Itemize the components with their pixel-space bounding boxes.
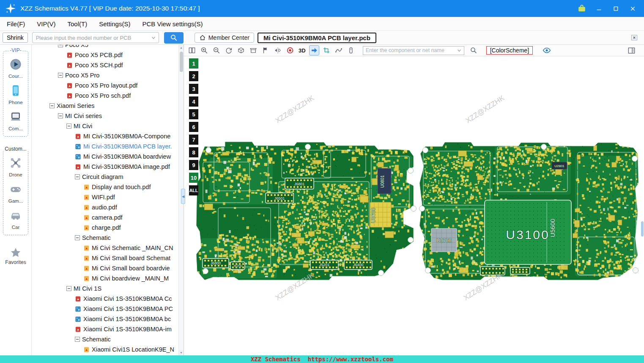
- minimize-button[interactable]: [592, 3, 605, 14]
- pcb-canvas[interactable]: XZZ@XZZHKXZZ@XZZHKU3100U5600U0600U0801U0…: [184, 56, 644, 355]
- menu-item-file-f[interactable]: File(F): [7, 20, 25, 28]
- chevron-down-icon[interactable]: [456, 47, 463, 54]
- tree-scrollbar-thumb[interactable]: [180, 52, 183, 72]
- net-search-box[interactable]: [363, 46, 464, 55]
- maximize-button[interactable]: [609, 3, 622, 14]
- model-search-box[interactable]: [32, 32, 159, 43]
- tree-item[interactable]: Poco X5 Pro sch.pdf: [32, 91, 184, 101]
- scroll-up-arrow[interactable]: ▲: [179, 45, 184, 50]
- zoom-in-icon[interactable]: [200, 46, 209, 55]
- crop-icon[interactable]: [322, 46, 331, 55]
- tree-collapse-handle[interactable]: ◀: [181, 189, 185, 204]
- package-icon[interactable]: [236, 46, 246, 55]
- menu-item-tool-t[interactable]: Tool(T): [68, 20, 88, 28]
- rail-item-car[interactable]: Car: [9, 209, 22, 230]
- tree-item[interactable]: Xiaomi Civi 1S-3510K9BM0A PC: [32, 304, 184, 314]
- expand-collapse-icon[interactable]: [58, 73, 63, 78]
- favorites-button[interactable]: Favorites: [5, 246, 26, 265]
- tree-item[interactable]: Mi Civi-3510K9BM0A PCB layer.: [32, 141, 184, 151]
- tree-item[interactable]: Mi Civi-3510K9BM0A image.pdf: [32, 162, 184, 172]
- expand-collapse-icon[interactable]: [49, 103, 55, 108]
- tree-item[interactable]: Display and touch.pdf: [32, 182, 184, 192]
- tree-item[interactable]: Xiaomi Series: [32, 101, 184, 111]
- layer-button-6[interactable]: 6: [189, 122, 198, 132]
- layer-button-7[interactable]: 7: [189, 135, 198, 145]
- tree-item[interactable]: MI Civi 1S: [32, 283, 184, 294]
- zoom-out-icon[interactable]: [212, 46, 221, 55]
- package-open-icon[interactable]: [249, 46, 258, 55]
- expand-collapse-icon[interactable]: [58, 45, 63, 47]
- tree-item[interactable]: Mi Civi boardview _MAIN_M: [32, 273, 184, 283]
- tree-item[interactable]: audio.pdf: [32, 202, 184, 212]
- tree-item[interactable]: Poco X5 SCH.pdf: [32, 60, 184, 70]
- layer-button-1[interactable]: 1: [189, 58, 198, 69]
- document-tab[interactable]: Mi Civi-3510K9BM0A PCB layer.pcb: [258, 33, 376, 43]
- tree-item[interactable]: Mi Civi-3510K9BM0A boardview: [32, 151, 184, 162]
- expand-collapse-icon[interactable]: [66, 124, 71, 129]
- threed-view-button[interactable]: 3D: [298, 47, 307, 54]
- model-search-input[interactable]: [36, 35, 150, 41]
- tree-item[interactable]: Xiaomi Civi1S LocationK9E_N: [32, 344, 184, 355]
- tree-item[interactable]: Xiaomi Civi 1S-3510K9BM0A-im: [32, 324, 184, 334]
- expand-collapse-icon[interactable]: [75, 337, 80, 342]
- pcb-scrollbar-thumb[interactable]: [641, 221, 644, 236]
- layer-button-3[interactable]: 3: [189, 84, 198, 94]
- expand-collapse-icon[interactable]: [66, 286, 71, 291]
- expand-collapse-icon[interactable]: [75, 174, 80, 179]
- member-center-button[interactable]: Member Center: [195, 33, 254, 43]
- fit-view-icon[interactable]: [224, 46, 233, 55]
- expand-collapse-icon[interactable]: [75, 235, 80, 240]
- layer-button-all[interactable]: ALL: [189, 185, 198, 195]
- close-button[interactable]: [626, 3, 639, 14]
- tree-item[interactable]: Schematic: [32, 233, 184, 243]
- layer-button-4[interactable]: 4: [189, 96, 198, 107]
- tree-item[interactable]: Xiaomi Civi 1S-3510K9BM0A bc: [32, 314, 184, 324]
- tree-item[interactable]: Mi Civi Schematic _MAIN_CN: [32, 243, 184, 253]
- rail-item-gam[interactable]: Gam...: [8, 183, 23, 204]
- tree-item[interactable]: Poco X5: [32, 45, 184, 50]
- layer-button-2[interactable]: 2: [189, 71, 198, 81]
- close-document-icon[interactable]: [630, 33, 639, 42]
- search-button[interactable]: [164, 32, 184, 44]
- scroll-down-arrow[interactable]: ▼: [179, 350, 184, 355]
- layer-button-10[interactable]: 10: [189, 173, 198, 183]
- layer-button-5[interactable]: 5: [189, 109, 198, 119]
- split-view-icon[interactable]: [187, 46, 197, 55]
- colorscheme-button[interactable]: [ColorScheme]: [486, 46, 533, 55]
- rail-item-cour[interactable]: Cour...: [8, 58, 23, 79]
- visibility-eye-icon[interactable]: [542, 46, 552, 55]
- lens-icon[interactable]: [285, 46, 295, 55]
- expand-collapse-icon[interactable]: [58, 113, 63, 118]
- tree-item[interactable]: Mi Civi Small board boardvie: [32, 263, 184, 273]
- tree-item[interactable]: MI Civi: [32, 121, 184, 131]
- layers-panel-button[interactable]: [626, 46, 636, 55]
- chevron-down-icon[interactable]: [150, 34, 157, 41]
- tree-item[interactable]: MI Civi-3510K9BM0A-Compone: [32, 131, 184, 141]
- menu-item-vip-v[interactable]: VIP(V): [37, 20, 55, 28]
- net-search-icon[interactable]: [470, 47, 477, 54]
- tree-item[interactable]: Poco X5 Pro layout.pdf: [32, 80, 184, 91]
- layer-button-8[interactable]: 8: [189, 147, 198, 157]
- cursor-icon[interactable]: [346, 46, 356, 55]
- tree-item[interactable]: WIFI.pdf: [32, 192, 184, 202]
- menu-item-pcb-view-settings-s[interactable]: PCB View settings(S): [142, 20, 203, 28]
- tree-item[interactable]: Circuit diagram: [32, 172, 184, 182]
- net-search-input[interactable]: [366, 47, 456, 53]
- tree-item[interactable]: Poco X5 PCB.pdf: [32, 50, 184, 60]
- tree-item[interactable]: Poco X5 Pro: [32, 70, 184, 80]
- rail-item-drone[interactable]: Drone: [9, 157, 22, 177]
- menu-item-settings-s[interactable]: Settings(S): [99, 20, 130, 28]
- tree-item[interactable]: MI Civi series: [32, 111, 184, 121]
- tree-item[interactable]: camera.pdf: [32, 212, 184, 223]
- rail-item-phone[interactable]: Phone: [8, 84, 22, 105]
- tree-item[interactable]: Schematic: [32, 334, 184, 344]
- tree-item[interactable]: Mi Civi Small board Schemat: [32, 253, 184, 263]
- shrink-button[interactable]: Shrink: [3, 33, 28, 43]
- arrow-right-icon[interactable]: [310, 46, 319, 55]
- layer-button-9[interactable]: 9: [189, 160, 198, 170]
- curve-icon[interactable]: [334, 46, 343, 55]
- flag-icon[interactable]: [261, 46, 270, 55]
- tree-item[interactable]: charge.pdf: [32, 223, 184, 233]
- rail-item-com[interactable]: Com...: [8, 110, 23, 131]
- license-briefcase-icon[interactable]: [575, 3, 588, 14]
